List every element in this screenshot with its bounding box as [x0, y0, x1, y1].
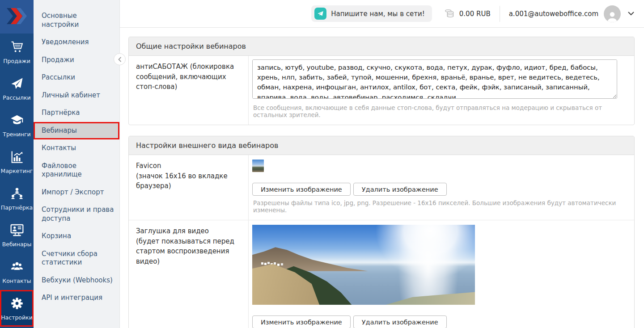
sidebar-item-label: Контакты — [2, 278, 31, 284]
bar-chart-icon — [9, 149, 25, 164]
sidebar-item-label: Рассылки — [3, 94, 30, 101]
submenu-item-webhooks[interactable]: Вебхуки (Webhooks) — [34, 272, 119, 290]
webinar-screen-icon — [9, 223, 25, 238]
submenu-item-notifications[interactable]: Уведомления — [34, 34, 119, 51]
balance-group[interactable]: 0.00 RUB — [444, 8, 491, 20]
chevrons-logo-icon — [7, 8, 27, 26]
submenu-item-contacts[interactable]: Контакты — [34, 139, 119, 157]
chevron-left-icon — [118, 57, 122, 62]
user-silhouette-icon — [606, 10, 619, 22]
sidebar-item-contacts[interactable]: Контакты — [0, 253, 34, 290]
settings-submenu: Основные настройки Уведомления Продажи Р… — [34, 0, 120, 328]
contacts-group-icon — [9, 259, 25, 274]
antisabotage-hint: Все сообщения, включающие в себя данные … — [253, 104, 630, 118]
panel-title: Общие настройки вебинаров — [129, 37, 634, 56]
gear-icon — [9, 296, 25, 311]
sidebar-item-label: Настройки — [1, 314, 33, 321]
favicon-buttons: Изменить изображение Удалить изображение — [252, 183, 631, 196]
sidebar-item-label: Тренинги — [3, 131, 30, 138]
favicon-label: Favicon (значок 16x16 во вкладке браузер… — [129, 155, 249, 220]
video-placeholder-label: Заглушка для видео (будет показываться п… — [129, 220, 249, 328]
change-video-placeholder-button[interactable]: Изменить изображение — [252, 315, 351, 328]
account-balance: 0.00 RUB — [459, 10, 491, 18]
submenu-collapse-button[interactable] — [114, 53, 126, 65]
coins-icon — [444, 8, 455, 20]
submenu-item-stats-counters[interactable]: Счетчики сбора статистики — [34, 245, 119, 272]
video-placeholder-row: Заглушка для видео (будет показываться п… — [129, 220, 634, 328]
favicon-value: Изменить изображение Удалить изображение… — [249, 155, 634, 220]
submenu-item-mailings[interactable]: Рассылки — [34, 69, 119, 87]
panel-title: Настройки внешнего вида вебинаров — [129, 136, 634, 155]
submenu-item-file-storage[interactable]: Файловое хранилище — [34, 157, 119, 184]
chevron-down-icon — [628, 12, 634, 16]
video-placeholder-value: Изменить изображение Удалить изображение… — [249, 220, 634, 328]
cart-icon — [9, 39, 25, 55]
sidebar-item-label: Партнёрка — [1, 204, 33, 211]
topbar: Напишите нам, мы в сети! 0.00 RUB a.001@… — [120, 0, 644, 28]
favicon-preview-image — [252, 160, 264, 172]
webinar-appearance-panel: Настройки внешнего вида вебинаров Favico… — [128, 136, 635, 328]
submenu-item-sales[interactable]: Продажи — [34, 51, 119, 69]
paper-plane-icon — [9, 76, 25, 91]
avatar[interactable] — [604, 5, 621, 22]
submenu-item-main-settings[interactable]: Основные настройки — [34, 7, 119, 34]
favicon-hint: Разрешены файлы типа ico, jpg, png. Разр… — [253, 199, 630, 214]
chat-button-label: Напишите нам, мы в сети! — [331, 10, 425, 18]
submenu-item-staff-permissions[interactable]: Сотрудники и права доступа — [34, 201, 119, 227]
chat-support-button[interactable]: Напишите нам, мы в сети! — [311, 5, 432, 22]
general-webinar-settings-panel: Общие настройки вебинаров антиСАБОТАЖ (б… — [128, 37, 635, 125]
sidebar-item-settings[interactable]: Настройки — [0, 290, 34, 327]
telegram-icon — [314, 8, 326, 20]
submenu-item-api-integration[interactable]: API и интеграция — [34, 289, 119, 307]
main-area: Напишите нам, мы в сети! 0.00 RUB a.001@… — [120, 0, 644, 328]
submenu-item-personal-cabinet[interactable]: Личный кабинет — [34, 87, 119, 105]
video-placeholder-buttons: Изменить изображение Удалить изображение — [252, 315, 631, 328]
delete-favicon-button[interactable]: Удалить изображение — [353, 183, 447, 196]
sidebar-item-sales[interactable]: Продажи — [0, 34, 34, 70]
submenu-item-import-export[interactable]: Импорт / Экспорт — [34, 184, 119, 202]
sidebar-item-mailings[interactable]: Рассылки — [0, 70, 34, 107]
topbar-divider — [500, 6, 500, 22]
sidebar-item-label: Продажи — [3, 58, 30, 64]
submenu-item-affiliate[interactable]: Партнёрка — [34, 104, 119, 122]
account-email[interactable]: a.001@autoweboffice.com — [509, 10, 598, 18]
sidebar-item-trainings[interactable]: Тренинги — [0, 107, 34, 143]
antisabotage-label: антиСАБОТАЖ (блокировка сообщений, включ… — [129, 56, 249, 125]
settings-content: Общие настройки вебинаров антиСАБОТАЖ (б… — [120, 28, 644, 328]
antisabotage-row: антиСАБОТАЖ (блокировка сообщений, включ… — [129, 56, 634, 125]
stopwords-textarea[interactable]: запись, ютуб, youtube, развод, скучно, с… — [252, 59, 617, 99]
affiliate-network-icon — [9, 186, 25, 201]
sidebar-item-marketing[interactable]: Маркетинг — [0, 143, 34, 180]
graduation-cap-icon — [9, 113, 25, 128]
submenu-item-webinars[interactable]: Вебинары — [34, 122, 119, 140]
change-favicon-button[interactable]: Изменить изображение — [252, 183, 351, 196]
delete-video-placeholder-button[interactable]: Удалить изображение — [353, 315, 447, 328]
sidebar-item-affiliate[interactable]: Партнёрка — [0, 180, 34, 217]
sidebar-item-webinars[interactable]: Вебинары — [0, 217, 34, 253]
submenu-item-trash[interactable]: Корзина — [34, 227, 119, 245]
app-logo[interactable] — [0, 0, 34, 34]
sidebar-item-label: Маркетинг — [1, 168, 33, 174]
antisabotage-value: запись, ютуб, youtube, развод, скучно, с… — [249, 56, 634, 125]
account-menu-chevron[interactable] — [626, 10, 636, 17]
primary-sidebar: Продажи Рассылки Тренинги — [0, 0, 34, 328]
video-placeholder-preview-image — [252, 225, 475, 305]
favicon-row: Favicon (значок 16x16 во вкладке браузер… — [129, 155, 634, 220]
sidebar-item-label: Вебинары — [2, 241, 32, 248]
